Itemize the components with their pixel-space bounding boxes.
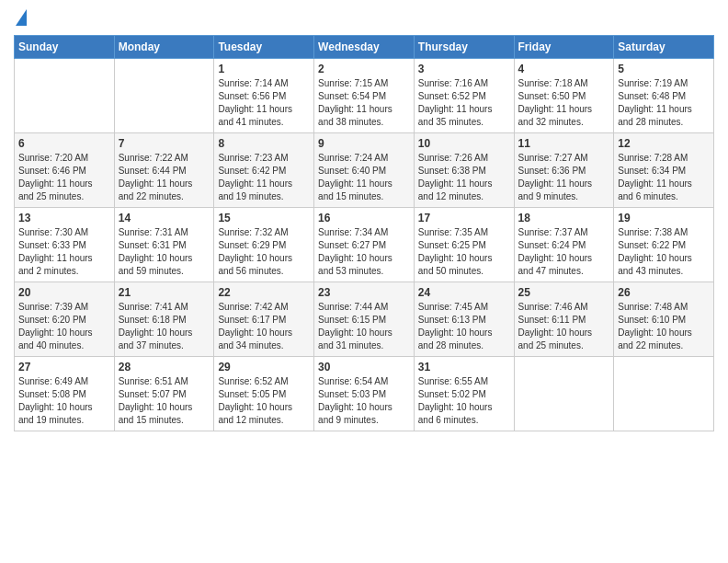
day-cell: 15Sunrise: 7:32 AM Sunset: 6:29 PM Dayli…	[214, 208, 314, 282]
day-info: Sunrise: 7:15 AM Sunset: 6:54 PM Dayligh…	[318, 77, 410, 129]
day-cell: 5Sunrise: 7:19 AM Sunset: 6:48 PM Daylig…	[614, 59, 714, 133]
day-number: 15	[218, 212, 310, 224]
day-cell: 14Sunrise: 7:31 AM Sunset: 6:31 PM Dayli…	[114, 208, 214, 282]
day-cell	[514, 357, 614, 431]
day-cell: 3Sunrise: 7:16 AM Sunset: 6:52 PM Daylig…	[414, 59, 514, 133]
day-info: Sunrise: 7:45 AM Sunset: 6:13 PM Dayligh…	[418, 301, 510, 352]
day-info: Sunrise: 7:32 AM Sunset: 6:29 PM Dayligh…	[218, 226, 310, 278]
week-row-2: 6Sunrise: 7:20 AM Sunset: 6:46 PM Daylig…	[15, 133, 714, 208]
day-number: 1	[218, 63, 310, 75]
day-cell: 12Sunrise: 7:28 AM Sunset: 6:34 PM Dayli…	[614, 133, 714, 208]
day-cell: 4Sunrise: 7:18 AM Sunset: 6:50 PM Daylig…	[514, 59, 614, 133]
day-info: Sunrise: 7:37 AM Sunset: 6:24 PM Dayligh…	[518, 226, 610, 278]
day-info: Sunrise: 7:41 AM Sunset: 6:18 PM Dayligh…	[119, 301, 210, 352]
column-header-sunday: Sunday	[15, 36, 115, 59]
day-info: Sunrise: 7:16 AM Sunset: 6:52 PM Dayligh…	[418, 77, 510, 129]
day-cell: 16Sunrise: 7:34 AM Sunset: 6:27 PM Dayli…	[314, 208, 415, 282]
day-cell: 10Sunrise: 7:26 AM Sunset: 6:38 PM Dayli…	[414, 133, 514, 208]
day-info: Sunrise: 7:31 AM Sunset: 6:31 PM Dayligh…	[119, 226, 210, 278]
day-info: Sunrise: 7:20 AM Sunset: 6:46 PM Dayligh…	[18, 152, 110, 203]
calendar-header: SundayMondayTuesdayWednesdayThursdayFrid…	[15, 36, 714, 59]
day-number: 6	[18, 137, 110, 150]
column-header-wednesday: Wednesday	[314, 36, 415, 59]
day-number: 9	[318, 137, 410, 150]
week-row-1: 1Sunrise: 7:14 AM Sunset: 6:56 PM Daylig…	[15, 59, 714, 133]
day-number: 18	[518, 212, 610, 224]
day-number: 21	[119, 286, 210, 299]
day-info: Sunrise: 7:38 AM Sunset: 6:22 PM Dayligh…	[618, 226, 710, 278]
day-info: Sunrise: 7:46 AM Sunset: 6:11 PM Dayligh…	[518, 301, 610, 352]
day-cell: 30Sunrise: 6:54 AM Sunset: 5:03 PM Dayli…	[314, 357, 415, 431]
day-info: Sunrise: 7:44 AM Sunset: 6:15 PM Dayligh…	[318, 301, 410, 352]
day-number: 22	[218, 286, 310, 299]
calendar-table: SundayMondayTuesdayWednesdayThursdayFrid…	[14, 35, 714, 431]
day-info: Sunrise: 7:28 AM Sunset: 6:34 PM Dayligh…	[618, 152, 710, 203]
week-row-4: 20Sunrise: 7:39 AM Sunset: 6:20 PM Dayli…	[15, 282, 714, 357]
day-cell: 27Sunrise: 6:49 AM Sunset: 5:08 PM Dayli…	[15, 357, 115, 431]
day-info: Sunrise: 7:34 AM Sunset: 6:27 PM Dayligh…	[318, 226, 410, 278]
day-cell	[614, 357, 714, 431]
day-cell: 28Sunrise: 6:51 AM Sunset: 5:07 PM Dayli…	[114, 357, 214, 431]
day-number: 10	[418, 137, 510, 150]
day-number: 30	[318, 361, 410, 373]
day-cell: 25Sunrise: 7:46 AM Sunset: 6:11 PM Dayli…	[514, 282, 614, 357]
day-info: Sunrise: 7:19 AM Sunset: 6:48 PM Dayligh…	[618, 77, 710, 129]
day-info: Sunrise: 7:27 AM Sunset: 6:36 PM Dayligh…	[518, 152, 610, 203]
day-number: 3	[418, 63, 510, 75]
logo-triangle-icon	[16, 9, 27, 26]
day-info: Sunrise: 7:23 AM Sunset: 6:42 PM Dayligh…	[218, 152, 310, 203]
day-info: Sunrise: 6:51 AM Sunset: 5:07 PM Dayligh…	[119, 375, 210, 427]
day-info: Sunrise: 7:14 AM Sunset: 6:56 PM Dayligh…	[218, 77, 310, 129]
week-row-5: 27Sunrise: 6:49 AM Sunset: 5:08 PM Dayli…	[15, 357, 714, 431]
column-header-monday: Monday	[114, 36, 214, 59]
day-cell	[15, 59, 115, 133]
day-cell: 1Sunrise: 7:14 AM Sunset: 6:56 PM Daylig…	[214, 59, 314, 133]
day-cell: 13Sunrise: 7:30 AM Sunset: 6:33 PM Dayli…	[15, 208, 115, 282]
day-number: 20	[18, 286, 110, 299]
day-number: 27	[18, 361, 110, 373]
page-header	[14, 9, 714, 28]
day-number: 11	[518, 137, 610, 150]
day-info: Sunrise: 7:24 AM Sunset: 6:40 PM Dayligh…	[318, 152, 410, 203]
column-header-friday: Friday	[514, 36, 614, 59]
day-cell: 23Sunrise: 7:44 AM Sunset: 6:15 PM Dayli…	[314, 282, 415, 357]
day-number: 2	[318, 63, 410, 75]
day-number: 26	[618, 286, 710, 299]
day-cell: 6Sunrise: 7:20 AM Sunset: 6:46 PM Daylig…	[15, 133, 115, 208]
day-cell: 29Sunrise: 6:52 AM Sunset: 5:05 PM Dayli…	[214, 357, 314, 431]
day-cell: 7Sunrise: 7:22 AM Sunset: 6:44 PM Daylig…	[114, 133, 214, 208]
day-cell: 21Sunrise: 7:41 AM Sunset: 6:18 PM Dayli…	[114, 282, 214, 357]
day-cell: 9Sunrise: 7:24 AM Sunset: 6:40 PM Daylig…	[314, 133, 415, 208]
day-number: 23	[318, 286, 410, 299]
day-number: 19	[618, 212, 710, 224]
day-info: Sunrise: 6:49 AM Sunset: 5:08 PM Dayligh…	[18, 375, 110, 427]
day-info: Sunrise: 7:42 AM Sunset: 6:17 PM Dayligh…	[218, 301, 310, 352]
day-cell: 2Sunrise: 7:15 AM Sunset: 6:54 PM Daylig…	[314, 59, 415, 133]
day-number: 29	[218, 361, 310, 373]
logo	[14, 9, 27, 28]
day-info: Sunrise: 7:30 AM Sunset: 6:33 PM Dayligh…	[18, 226, 110, 278]
day-number: 31	[418, 361, 510, 373]
week-row-3: 13Sunrise: 7:30 AM Sunset: 6:33 PM Dayli…	[15, 208, 714, 282]
day-cell: 24Sunrise: 7:45 AM Sunset: 6:13 PM Dayli…	[414, 282, 514, 357]
day-cell: 19Sunrise: 7:38 AM Sunset: 6:22 PM Dayli…	[614, 208, 714, 282]
day-info: Sunrise: 7:26 AM Sunset: 6:38 PM Dayligh…	[418, 152, 510, 203]
day-number: 4	[518, 63, 610, 75]
day-cell: 8Sunrise: 7:23 AM Sunset: 6:42 PM Daylig…	[214, 133, 314, 208]
day-info: Sunrise: 7:18 AM Sunset: 6:50 PM Dayligh…	[518, 77, 610, 129]
day-number: 5	[618, 63, 710, 75]
day-cell: 26Sunrise: 7:48 AM Sunset: 6:10 PM Dayli…	[614, 282, 714, 357]
day-cell: 11Sunrise: 7:27 AM Sunset: 6:36 PM Dayli…	[514, 133, 614, 208]
day-number: 24	[418, 286, 510, 299]
day-cell: 17Sunrise: 7:35 AM Sunset: 6:25 PM Dayli…	[414, 208, 514, 282]
day-number: 28	[119, 361, 210, 373]
day-cell	[114, 59, 214, 133]
day-number: 16	[318, 212, 410, 224]
day-info: Sunrise: 7:35 AM Sunset: 6:25 PM Dayligh…	[418, 226, 510, 278]
day-info: Sunrise: 6:54 AM Sunset: 5:03 PM Dayligh…	[318, 375, 410, 427]
day-info: Sunrise: 7:22 AM Sunset: 6:44 PM Dayligh…	[119, 152, 210, 203]
column-header-tuesday: Tuesday	[214, 36, 314, 59]
day-number: 7	[119, 137, 210, 150]
day-cell: 20Sunrise: 7:39 AM Sunset: 6:20 PM Dayli…	[15, 282, 115, 357]
day-number: 17	[418, 212, 510, 224]
